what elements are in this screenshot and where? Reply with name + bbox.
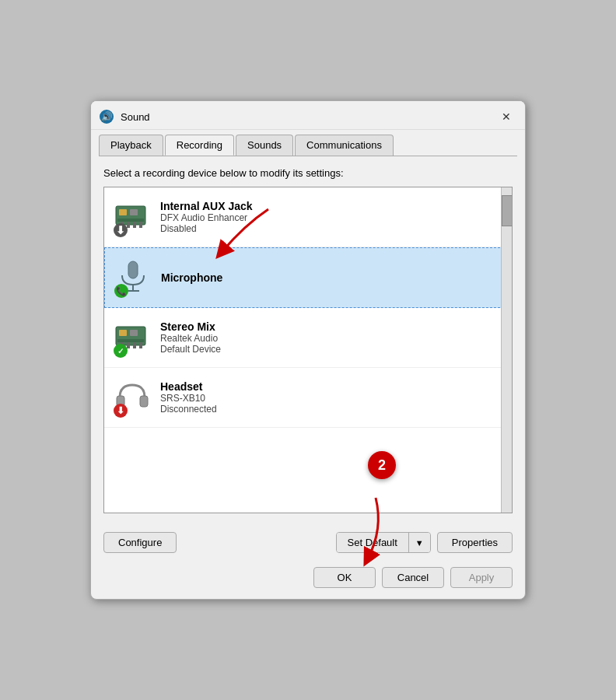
instruction-text: Select a recording device below to modif… [103, 167, 513, 179]
svg-rect-19 [127, 342, 130, 348]
svg-rect-23 [140, 396, 148, 407]
svg-rect-5 [117, 219, 144, 222]
headset-sub2: Disconnected [160, 404, 506, 415]
cancel-button[interactable]: Cancel [382, 567, 444, 588]
properties-button[interactable]: Properties [437, 532, 513, 553]
stereo-name: Stereo Mix [160, 320, 506, 333]
headset-status-badge: ⬇ [114, 404, 128, 418]
aux-sub2: Disabled [160, 223, 506, 234]
svg-rect-21 [139, 342, 142, 348]
mic-name: Microphone [161, 271, 505, 284]
svg-rect-3 [119, 209, 127, 215]
device-item-headset[interactable]: ⬇ Headset SRS-XB10 Disconnected [104, 368, 512, 428]
close-button[interactable]: ✕ [497, 107, 516, 126]
sound-icon: 🔊 [99, 109, 114, 124]
svg-rect-8 [133, 222, 136, 228]
apply-button[interactable]: Apply [450, 567, 513, 588]
device-icon-stereo-wrap: ✓ [110, 316, 154, 359]
set-default-group: Set Default ▼ [336, 532, 431, 553]
headset-name: Headset [160, 380, 506, 393]
mic-status-badge: 📞 [114, 284, 128, 298]
tab-recording[interactable]: Recording [165, 135, 234, 156]
scrollbar-thumb[interactable] [502, 195, 513, 226]
tab-communications[interactable]: Communications [295, 135, 394, 156]
stereo-sub1: Realtek Audio [160, 333, 506, 344]
dialog-footer: OK Cancel Apply [91, 561, 525, 599]
tab-playback[interactable]: Playback [99, 135, 163, 156]
device-list-wrapper: ⬇ Internal AUX Jack DFX Audio Enhancer D… [103, 187, 513, 513]
svg-rect-4 [130, 209, 138, 215]
title-bar: 🔊 Sound ✕ [91, 101, 525, 130]
aux-sub1: DFX Audio Enhancer [160, 212, 506, 223]
ok-button[interactable]: OK [313, 567, 376, 588]
device-list[interactable]: ⬇ Internal AUX Jack DFX Audio Enhancer D… [103, 187, 513, 513]
headset-info: Headset SRS-XB10 Disconnected [154, 380, 506, 415]
window-title: Sound [121, 111, 150, 123]
tabs-bar: Playback Recording Sounds Communications [91, 130, 525, 156]
svg-rect-9 [139, 222, 142, 228]
device-item-aux[interactable]: ⬇ Internal AUX Jack DFX Audio Enhancer D… [104, 187, 512, 247]
stereo-sub2: Default Device [160, 344, 506, 355]
content-area: Select a recording device below to modif… [91, 156, 525, 524]
aux-status-badge: ⬇ [114, 223, 128, 237]
device-item-microphone[interactable]: 📞 Microphone [104, 247, 512, 308]
svg-rect-15 [119, 330, 127, 336]
tab-sounds[interactable]: Sounds [236, 135, 293, 156]
configure-button[interactable]: Configure [103, 532, 177, 553]
title-bar-left: 🔊 Sound [99, 109, 150, 124]
sound-dialog: 🔊 Sound ✕ Playback Recording Sounds Comm… [90, 100, 526, 600]
svg-rect-17 [117, 339, 144, 342]
stereo-status-badge: ✓ [114, 344, 128, 358]
headset-sub1: SRS-XB10 [160, 393, 506, 404]
svg-rect-10 [128, 261, 138, 278]
device-icon-mic-wrap: 📞 [111, 256, 155, 299]
scrollbar[interactable] [501, 187, 512, 513]
device-icon-headset-wrap: ⬇ [110, 376, 154, 419]
set-default-button[interactable]: Set Default [337, 533, 409, 552]
svg-rect-16 [130, 330, 138, 336]
aux-info: Internal AUX Jack DFX Audio Enhancer Dis… [154, 200, 506, 234]
aux-name: Internal AUX Jack [160, 200, 506, 212]
device-item-stereo[interactable]: ✓ Stereo Mix Realtek Audio Default Devic… [104, 308, 512, 368]
stereo-info: Stereo Mix Realtek Audio Default Device [154, 320, 506, 355]
device-icon-aux-wrap: ⬇ [110, 195, 154, 239]
annotation-2: 2 [368, 451, 396, 479]
svg-text:🔊: 🔊 [101, 110, 113, 122]
svg-rect-20 [133, 342, 136, 348]
action-buttons: Configure Set Default ▼ Properties [91, 524, 525, 561]
mic-info: Microphone [155, 271, 505, 284]
set-default-dropdown[interactable]: ▼ [409, 533, 430, 552]
svg-rect-7 [127, 222, 130, 228]
